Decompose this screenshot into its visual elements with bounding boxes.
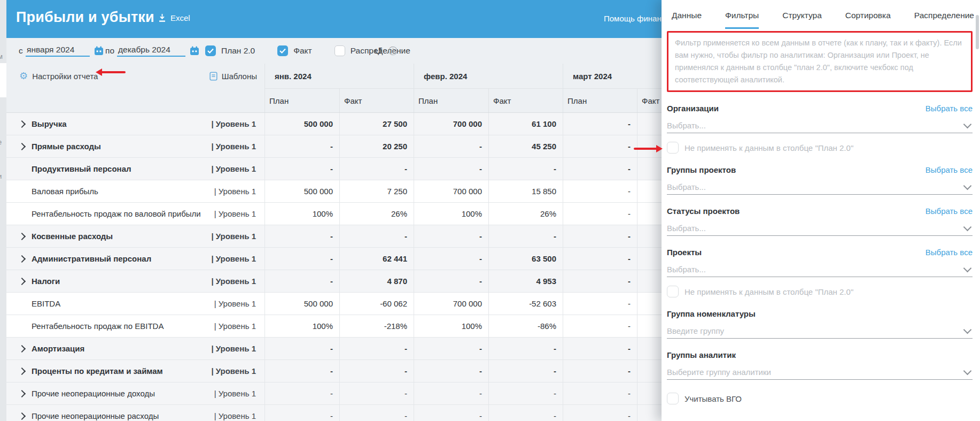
filter-select-Группа номенклатуры[interactable]: Введите группу <box>667 323 973 339</box>
calendar-icon[interactable] <box>190 46 199 56</box>
date-from-value[interactable]: января 2024 <box>26 45 90 57</box>
left-strip-block <box>0 63 6 97</box>
cell-value <box>637 338 662 359</box>
plan20-exclude-checkbox[interactable]: Не применять к данным в столбце "План 2.… <box>667 142 973 154</box>
cell-value <box>637 293 662 315</box>
select-placeholder: Выберите группу аналитики <box>667 368 771 377</box>
cell-value: -86% <box>488 315 563 337</box>
select-all-link[interactable]: Выбрать все <box>925 206 973 216</box>
checkbox-checked-icon[interactable] <box>277 45 288 56</box>
cell-value: - <box>488 225 563 247</box>
templates-button[interactable]: Шаблоны <box>209 64 257 88</box>
cell-value: - <box>265 135 339 157</box>
row-label-cell[interactable]: Административный персонал| Уровень 1 <box>6 248 265 270</box>
row-label-cell[interactable]: Выручка| Уровень 1 <box>6 113 265 135</box>
cell-value: - <box>563 180 637 202</box>
plan20-exclude-checkbox[interactable]: Не применять к данным в столбце "План 2.… <box>667 286 973 297</box>
tab-Фильтры[interactable]: Фильтры <box>725 11 759 20</box>
expand-chevron-icon[interactable] <box>18 367 26 374</box>
checkbox-checked-icon[interactable] <box>205 45 216 56</box>
date-from-label: с <box>19 38 23 64</box>
expand-chevron-icon[interactable] <box>18 120 26 127</box>
checkbox-unchecked-icon[interactable] <box>667 142 679 154</box>
table-row: Административный персонал| Уровень 1-62 … <box>6 248 662 270</box>
row-level-badge: | Уровень 1 <box>211 366 256 376</box>
expand-chevron-icon[interactable] <box>18 142 26 150</box>
row-label-cell[interactable]: Рентабельность продаж по валовой прибыли… <box>6 203 265 225</box>
tab-Сортировка[interactable]: Сортировка <box>845 11 891 20</box>
chevron-down-icon[interactable] <box>963 367 972 376</box>
table-row: Проценты по кредитам и займам| Уровень 1… <box>6 360 662 382</box>
panel-scrollbar[interactable] <box>976 15 979 49</box>
tab-Структура[interactable]: Структура <box>782 11 822 20</box>
chevron-down-icon[interactable] <box>963 264 972 273</box>
cell-value: 100% <box>265 203 339 225</box>
document-icon <box>209 72 217 81</box>
cell-value: - <box>488 405 563 421</box>
expand-chevron-icon[interactable] <box>18 255 26 262</box>
row-label-cell[interactable]: Проценты по кредитам и займам| Уровень 1 <box>6 360 265 382</box>
cell-value <box>637 158 662 180</box>
row-level-badge: | Уровень 1 <box>214 411 256 420</box>
row-label-cell[interactable]: Валовая прибыль| Уровень 1 <box>6 180 265 202</box>
date-from-input[interactable]: января 2024 <box>26 38 104 64</box>
cell-value <box>637 405 662 421</box>
row-label-cell[interactable]: Рентабельность продаж по EBITDA| Уровень… <box>6 315 265 337</box>
date-to-input[interactable]: декабрь 2024 <box>117 38 199 64</box>
expand-chevron-icon[interactable] <box>18 277 26 285</box>
gear-icon: ⚙ <box>19 71 28 81</box>
row-label-cell[interactable]: Косвенные расходы| Уровень 1 <box>6 225 265 247</box>
calendar-icon[interactable] <box>94 46 104 56</box>
chevron-down-icon[interactable] <box>963 182 972 190</box>
checkbox-unchecked-icon[interactable] <box>667 286 679 297</box>
select-all-link[interactable]: Выбрать все <box>925 248 973 257</box>
vgo-checkbox[interactable]: Учитывать ВГО <box>667 393 973 404</box>
row-label-cell[interactable]: Амортизация| Уровень 1 <box>6 338 265 359</box>
filter-select-Проекты[interactable]: Выбрать... <box>667 262 973 277</box>
series-toggle-label: План 2.0 <box>221 46 255 56</box>
filter-select-Группы аналитик[interactable]: Выберите группу аналитики <box>667 364 973 380</box>
checkbox-unchecked-icon[interactable] <box>335 45 345 56</box>
help-link[interactable]: Помощь финан <box>604 14 662 23</box>
undo-button[interactable]: ↺ <box>374 38 383 64</box>
report-settings-button[interactable]: ⚙ Настройки отчета <box>19 64 98 88</box>
row-label-cell[interactable]: Налоги| Уровень 1 <box>6 270 265 292</box>
filter-select-Группы проектов[interactable]: Выбрать... <box>667 179 973 195</box>
date-to-value[interactable]: декабрь 2024 <box>117 45 185 57</box>
tab-Данные[interactable]: Данные <box>672 11 702 20</box>
filter-select-Организации[interactable]: Выбрать... <box>667 118 973 133</box>
chevron-down-icon[interactable] <box>963 326 972 334</box>
filter-select-Статусы проектов[interactable]: Выбрать... <box>667 220 973 236</box>
series-toggle-Факт[interactable]: Факт <box>277 45 312 56</box>
cell-value: 4 870 <box>339 270 414 292</box>
row-label-cell[interactable]: Прочие неоперационные доходы| Уровень 1 <box>6 382 265 404</box>
series-toggle-План 2.0[interactable]: План 2.0 <box>205 45 255 56</box>
cell-value <box>637 225 662 247</box>
row-label-cell[interactable]: Прямые расходы| Уровень 1 <box>6 135 265 157</box>
expand-chevron-icon[interactable] <box>18 232 26 240</box>
export-excel-button[interactable]: Excel <box>158 13 190 22</box>
info-button[interactable]: ⓘ <box>388 38 398 64</box>
cell-value: - <box>488 382 563 404</box>
expand-chevron-icon[interactable] <box>18 345 26 352</box>
select-all-link[interactable]: Выбрать все <box>925 165 973 174</box>
chevron-down-icon[interactable] <box>963 223 972 232</box>
select-all-link[interactable]: Выбрать все <box>925 104 973 113</box>
cell-value: - <box>265 360 339 382</box>
plan20-exclude-label: Не применять к данным в столбце "План 2.… <box>685 143 853 152</box>
filter-section-header: Статусы проектовВыбрать все <box>667 206 973 216</box>
chevron-down-icon[interactable] <box>963 120 972 129</box>
row-name: Выручка <box>32 119 67 128</box>
tab-Распределение[interactable]: Распределение <box>914 11 974 20</box>
cell-value: -218% <box>339 315 414 337</box>
expand-chevron-icon[interactable] <box>18 389 26 397</box>
row-label-cell[interactable]: Продуктивный персонал| Уровень 1 <box>6 158 265 180</box>
series-toggle-Распределение[interactable]: Распределение <box>335 45 410 56</box>
expand-chevron-icon[interactable] <box>18 412 26 419</box>
row-label-cell[interactable]: EBITDA| Уровень 1 <box>6 293 265 315</box>
row-name: Административный персонал <box>32 254 151 263</box>
row-label-cell[interactable]: Прочие неоперационные расходы| Уровень 1 <box>6 405 265 421</box>
cell-value: - <box>339 225 414 247</box>
checkbox-unchecked-icon[interactable] <box>667 393 679 404</box>
table-row: Рентабельность продаж по валовой прибыли… <box>6 203 662 225</box>
